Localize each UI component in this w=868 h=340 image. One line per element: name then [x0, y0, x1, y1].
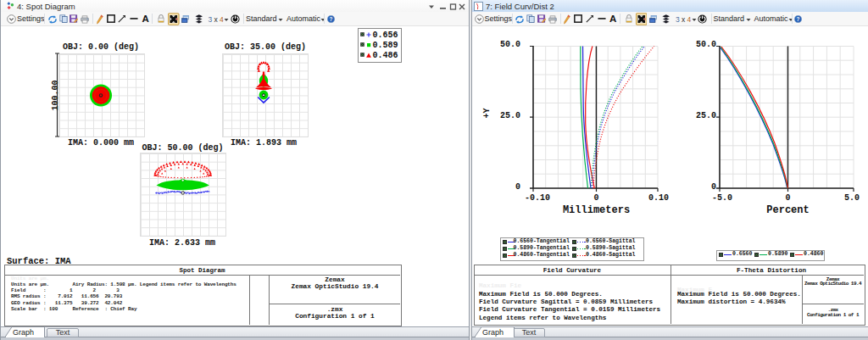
svg-text:?: ? — [329, 15, 332, 21]
